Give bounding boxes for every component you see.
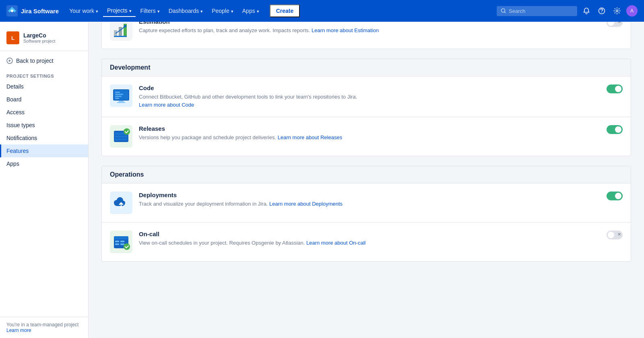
oncall-toggle[interactable] — [607, 231, 623, 239]
releases-card: Releases Versions help you package and s… — [101, 117, 631, 156]
search-icon — [501, 8, 506, 14]
oncall-toggle-control[interactable] — [607, 231, 623, 239]
chevron-icon — [231, 8, 233, 14]
back-to-project-button[interactable]: Back to project — [0, 54, 88, 67]
code-desc: Connect Bitbucket, GitHub and other deve… — [139, 93, 600, 109]
sidebar-item-notifications[interactable]: Notifications — [0, 132, 88, 144]
sidebar-item-features[interactable]: Features — [0, 144, 88, 157]
releases-svg — [110, 125, 132, 148]
deployments-info: Deployments Track and visualize your dep… — [139, 192, 600, 208]
project-info: LargeCo Software project — [23, 32, 55, 43]
svg-rect-16 — [115, 94, 123, 95]
sidebar-item-details-label: Details — [6, 83, 24, 90]
sidebar-section-title: Project settings — [0, 70, 88, 80]
main-nav: Your work Projects Filters Dashboards Pe… — [65, 5, 263, 17]
search-box[interactable]: Search — [497, 6, 577, 16]
settings-button[interactable] — [611, 5, 623, 17]
deployments-learn-more[interactable]: Learn more about Deployments — [269, 201, 343, 207]
sidebar-item-access-label: Access — [6, 109, 25, 115]
estimation-learn-more[interactable]: Learn more about Estimation — [312, 27, 379, 33]
svg-point-10 — [124, 25, 126, 27]
back-label: Back to project — [16, 58, 54, 64]
development-header: Development — [101, 59, 631, 76]
svg-rect-18 — [115, 98, 119, 99]
nav-filters[interactable]: Filters — [136, 5, 164, 16]
help-button[interactable] — [596, 5, 608, 17]
chevron-icon — [96, 8, 98, 14]
chevron-icon — [129, 7, 132, 14]
svg-rect-32 — [120, 241, 124, 242]
logo-text: Jira Software — [21, 8, 59, 14]
oncall-svg — [110, 231, 132, 253]
releases-toggle[interactable] — [607, 125, 623, 134]
sidebar-item-apps[interactable]: Apps — [0, 157, 88, 170]
main-content: Estimation Capture expected efforts to p… — [89, 0, 644, 316]
estimation-desc: Capture expected efforts to plan, track … — [139, 27, 600, 35]
deployments-toggle-control[interactable] — [607, 192, 623, 200]
releases-title: Releases — [139, 125, 600, 132]
nav-your-work[interactable]: Your work — [65, 5, 102, 16]
development-cards: Code Connect Bitbucket, GitHub and other… — [101, 76, 631, 156]
bell-icon — [583, 7, 590, 14]
code-toggle-control[interactable] — [607, 84, 623, 93]
chevron-icon — [257, 8, 259, 14]
sidebar-item-notifications-label: Notifications — [6, 135, 37, 141]
deployments-toggle[interactable] — [607, 192, 623, 200]
jira-logo[interactable]: Jira Software — [6, 5, 59, 16]
toggle-slider — [607, 192, 623, 200]
code-icon — [110, 84, 132, 107]
chevron-icon — [200, 8, 203, 14]
sidebar-item-apps-label: Apps — [6, 161, 19, 167]
code-learn-more[interactable]: Learn more about Code — [139, 102, 194, 108]
sidebar-item-details[interactable]: Details — [0, 80, 88, 93]
code-toggle[interactable] — [607, 84, 623, 93]
oncall-desc: View on-call schedules in your project. … — [139, 239, 600, 247]
oncall-card: On-call View on-call schedules in your p… — [101, 223, 631, 262]
releases-info: Releases Versions help you package and s… — [139, 125, 600, 142]
help-icon — [598, 7, 605, 14]
chevron-icon — [157, 8, 160, 14]
operations-section: Operations Deployments Track and visuali… — [101, 166, 631, 262]
svg-point-4 — [616, 10, 618, 12]
back-icon — [6, 58, 13, 64]
code-title: Code — [139, 84, 600, 91]
releases-learn-more[interactable]: Learn more about Releases — [278, 134, 342, 140]
deployments-icon — [110, 192, 132, 214]
svg-point-35 — [124, 243, 130, 250]
svg-rect-11 — [114, 36, 127, 37]
notifications-button[interactable] — [580, 5, 592, 17]
sidebar-item-access[interactable]: Access — [0, 106, 88, 119]
operations-cards: Deployments Track and visualize your dep… — [101, 183, 631, 262]
toggle-slider — [607, 231, 623, 239]
toggle-slider — [607, 84, 623, 93]
sidebar-item-board[interactable]: Board — [0, 93, 88, 106]
nav-dashboards[interactable]: Dashboards — [165, 5, 207, 16]
nav-projects[interactable]: Projects — [103, 5, 136, 17]
nav-people[interactable]: People — [208, 5, 237, 16]
project-name: LargeCo — [23, 32, 55, 39]
oncall-learn-more[interactable]: Learn more about On-call — [306, 240, 365, 246]
oncall-icon — [110, 231, 132, 253]
svg-rect-31 — [115, 241, 119, 242]
svg-point-26 — [124, 128, 130, 135]
operations-header: Operations — [101, 166, 631, 183]
deployments-card: Deployments Track and visualize your dep… — [101, 183, 631, 223]
sidebar-item-board-label: Board — [6, 96, 21, 103]
oncall-title: On-call — [139, 231, 600, 237]
topnav-right: Search A — [497, 5, 638, 17]
nav-apps[interactable]: Apps — [238, 5, 263, 16]
user-avatar[interactable]: A — [626, 5, 638, 16]
svg-rect-33 — [115, 243, 119, 245]
oncall-info: On-call View on-call schedules in your p… — [139, 231, 600, 247]
create-button[interactable]: Create — [270, 4, 300, 17]
sidebar-item-issue-types[interactable]: Issue types — [0, 119, 88, 132]
sidebar: L LargeCo Software project Back to proje… — [0, 22, 89, 316]
development-section: Development — [101, 59, 631, 156]
releases-toggle-control[interactable] — [607, 125, 623, 134]
sidebar-project: L LargeCo Software project — [0, 28, 88, 51]
top-navigation: Jira Software Your work Projects Filters… — [0, 0, 644, 22]
sidebar-item-features-label: Features — [6, 148, 29, 154]
deployments-title: Deployments — [139, 192, 600, 198]
project-type: Software project — [23, 39, 55, 43]
project-icon: L — [6, 31, 19, 44]
